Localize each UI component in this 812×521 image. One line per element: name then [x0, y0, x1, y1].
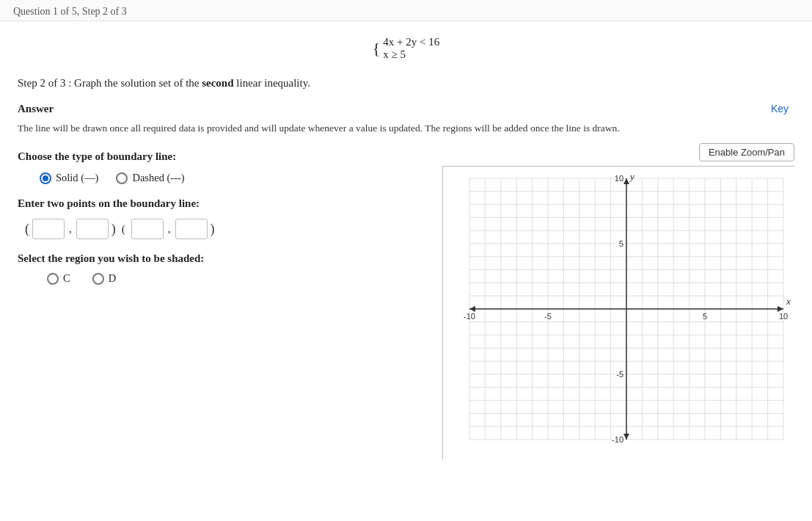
- dashed-radio-option[interactable]: Dashed (---): [116, 172, 184, 184]
- points-input-row: ( , ) ( , ): [18, 219, 274, 239]
- graph-container: Enable Zoom/Pan: [282, 143, 794, 459]
- dashed-radio-circle[interactable]: [116, 172, 128, 184]
- solid-label: Solid (—): [56, 172, 98, 184]
- answer-label: Answer: [18, 103, 69, 115]
- step-suffix: linear inequality.: [234, 77, 310, 89]
- grid-canvas: [443, 167, 795, 460]
- info-bar: The line will be drawn once all required…: [0, 115, 812, 139]
- region-d-radio[interactable]: [92, 273, 104, 285]
- point2-y-input[interactable]: [175, 219, 208, 239]
- equation-2: x ≥ 5: [383, 48, 439, 61]
- step-bold: second: [202, 77, 233, 89]
- equation-1: 4x + 2y < 16: [383, 36, 439, 48]
- point1-x-input[interactable]: [32, 219, 65, 239]
- close-paren-2: ): [211, 222, 215, 237]
- point-separator: (: [122, 223, 125, 236]
- dashed-label: Dashed (---): [132, 172, 184, 184]
- close-paren-1: ): [111, 222, 116, 237]
- step-label: Step 2 of 3 : Graph the solution set of …: [0, 65, 812, 95]
- points-label: Enter two points on the boundary line:: [18, 197, 274, 210]
- region-c-radio[interactable]: [47, 273, 59, 285]
- step-prefix: Step 2 of 3 : Graph the solution set of …: [18, 77, 202, 89]
- region-c-option[interactable]: C: [47, 272, 70, 285]
- point2-x-input[interactable]: [131, 219, 164, 239]
- brace-symbol: {: [373, 32, 381, 65]
- region-d-option[interactable]: D: [92, 272, 116, 285]
- zoom-pan-button[interactable]: Enable Zoom/Pan: [699, 143, 794, 161]
- region-label: Select the region you wish to be shaded:: [18, 252, 274, 265]
- region-d-label: D: [109, 272, 116, 285]
- boundary-line-label: Choose the type of boundary line:: [18, 150, 274, 163]
- controls-panel: Choose the type of boundary line: Solid …: [18, 143, 282, 459]
- answer-section: Answer Key: [0, 95, 812, 115]
- region-radio-group: C D: [18, 272, 274, 285]
- comma-1: ,: [69, 223, 72, 236]
- solid-radio-option[interactable]: Solid (—): [40, 172, 98, 184]
- region-c-label: C: [63, 272, 70, 285]
- comma-2: ,: [168, 223, 171, 236]
- open-paren-1: (: [25, 222, 29, 237]
- key-button[interactable]: Key: [765, 103, 794, 114]
- page: Question 1 of 5, Step 2 of 3 { 4x + 2y <…: [0, 0, 812, 521]
- header: Question 1 of 5, Step 2 of 3: [0, 0, 812, 21]
- header-text: Question 1 of 5, Step 2 of 3: [13, 6, 127, 17]
- info-text: The line will be drawn once all required…: [18, 123, 620, 134]
- solid-radio-circle[interactable]: [40, 172, 51, 184]
- point1-y-input[interactable]: [76, 219, 109, 239]
- graph-area[interactable]: [442, 166, 794, 459]
- main-content: Choose the type of boundary line: Solid …: [0, 143, 812, 459]
- line-type-radio-group: Solid (—) Dashed (---): [18, 172, 274, 184]
